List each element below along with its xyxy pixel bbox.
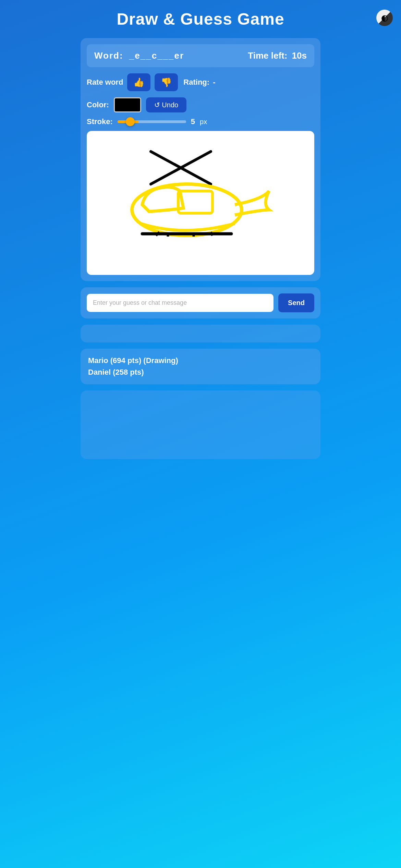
rating-row: Rate word 👍 👎 Rating: - — [87, 73, 314, 91]
list-item: Daniel (258 pts) — [88, 368, 313, 377]
color-row: Color: ↺ Undo — [87, 97, 314, 112]
stroke-label: Stroke: — [87, 117, 113, 126]
undo-label: ↺ Undo — [154, 101, 178, 109]
stroke-unit: px — [200, 118, 207, 126]
drawing-canvas[interactable] — [87, 131, 314, 275]
thumbs-up-icon: 👍 — [133, 77, 144, 88]
time-display: Time left: 10s — [248, 50, 307, 61]
word-time-row: Word: _e__c___er Time left: 10s — [87, 44, 314, 67]
bottom-area-card — [81, 390, 320, 459]
thumbs-down-icon: 👎 — [161, 77, 172, 88]
page-title: Draw & Guess Game — [117, 10, 284, 28]
send-button[interactable]: Send — [278, 293, 314, 312]
guess-card: Send — [81, 287, 320, 318]
rating-label: Rating: — [183, 78, 209, 86]
time-label: Time left: — [248, 50, 287, 61]
players-card: Mario (694 pts) (Drawing) Daniel (258 pt… — [81, 349, 320, 384]
rating-value: - — [213, 78, 215, 86]
thumbs-up-button[interactable]: 👍 — [127, 73, 150, 91]
rate-word-label: Rate word — [87, 78, 123, 87]
theme-icon: ◐ — [381, 13, 388, 23]
theme-toggle-button[interactable]: ◐ — [376, 10, 393, 26]
word-display: Word: _e__c___er — [94, 50, 184, 61]
stroke-slider[interactable] — [118, 120, 186, 123]
stroke-value: 5 — [191, 117, 195, 126]
main-game-card: Word: _e__c___er Time left: 10s Rate wor… — [81, 38, 320, 281]
time-value: 10s — [292, 50, 307, 61]
list-item: Mario (694 pts) (Drawing) — [88, 356, 313, 365]
divider-card — [81, 325, 320, 342]
stroke-row: Stroke: 5 px — [87, 117, 314, 126]
word-value: _e__c___er — [129, 50, 184, 61]
word-label: Word: — [94, 50, 123, 61]
guess-input[interactable] — [87, 294, 274, 312]
header: Draw & Guess Game ◐ — [0, 0, 401, 35]
svg-line-8 — [211, 232, 212, 236]
color-label: Color: — [87, 100, 109, 109]
rating-display: Rating: - — [183, 78, 215, 87]
thumbs-down-button[interactable]: 👎 — [155, 73, 178, 91]
helicopter-drawing — [87, 131, 314, 275]
color-picker[interactable] — [114, 97, 141, 112]
undo-button[interactable]: ↺ Undo — [146, 97, 186, 112]
send-label: Send — [288, 299, 305, 306]
